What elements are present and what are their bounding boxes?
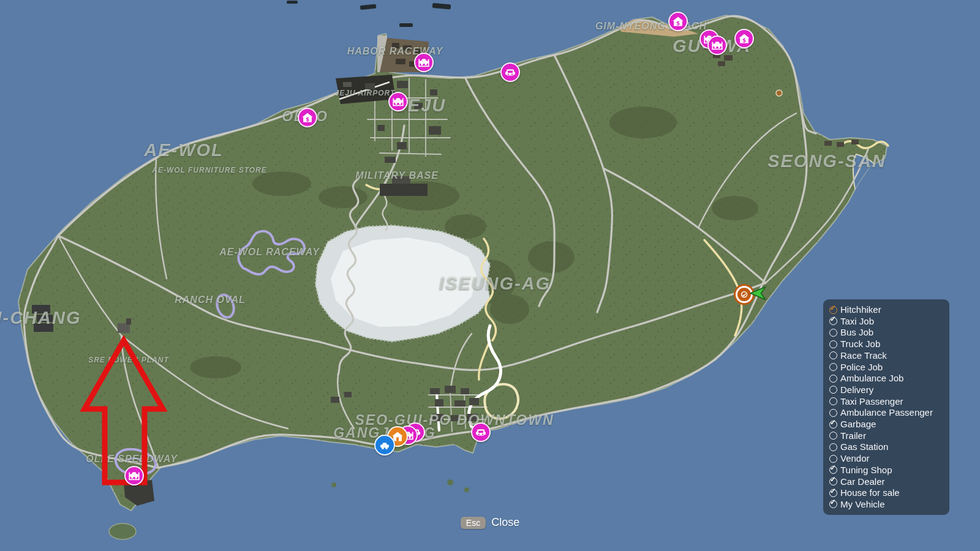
unchecked-circle-icon [829,340,837,348]
legend-item-ambulance-passenger[interactable]: Ambulance Passenger [829,407,943,418]
legend-item-label: Vendor [840,453,870,464]
unchecked-circle-icon [829,329,837,337]
legend-item-label: Ambulance Passenger [840,407,933,418]
legend-item-label: Taxi Passenger [840,396,903,407]
legend-item-race-track[interactable]: Race Track [829,350,943,361]
checked-circle-icon: ✓ [829,421,837,429]
legend-item-label: Gas Station [840,441,888,452]
legend-item-house-for-sale[interactable]: ✓House for sale [829,487,943,498]
game-map-screen: HABOR RACEWAYGIM-NYEONG BEACHGU-JWAJEJU … [0,0,980,551]
legend-item-car-dealer[interactable]: ✓Car Dealer [829,476,943,487]
boats [287,1,451,27]
unchecked-circle-icon [829,455,837,463]
legend-item-label: Trailer [840,430,866,441]
checked-circle-icon: ✓ [829,466,837,474]
legend-item-label: Car Dealer [840,476,885,487]
legend-item-label: Police Job [840,362,883,373]
legend-item-garbage[interactable]: ✓Garbage [829,419,943,430]
legend-item-label: Bus Job [840,327,873,338]
legend-item-taxi-job[interactable]: ✓Taxi Job [829,316,943,327]
legend-item-vendor[interactable]: Vendor [829,453,943,464]
legend-item-label: Tuning Shop [840,465,892,476]
legend-item-hitchhiker[interactable]: ✓Hitchhiker [829,304,943,315]
legend-item-label: Taxi Job [840,316,874,327]
legend-item-label: Garbage [840,419,876,430]
unchecked-circle-icon [829,409,837,417]
legend-item-taxi-passenger[interactable]: Taxi Passenger [829,396,943,407]
legend-item-trailer[interactable]: Trailer [829,430,943,441]
close-hint: Esc Close [0,516,980,529]
unchecked-circle-icon [829,386,837,394]
legend-item-my-vehicle[interactable]: ✓My Vehicle [829,499,943,510]
legend-item-bus-job[interactable]: Bus Job [829,327,943,338]
checked-circle-icon: ✓ [829,317,837,325]
legend-item-label: My Vehicle [840,499,885,510]
unchecked-circle-icon [829,397,837,405]
legend-item-label: Truck Job [840,339,880,350]
legend-item-label: House for sale [840,487,900,498]
legend-item-label: Delivery [840,384,873,395]
unchecked-circle-icon [829,363,837,371]
unchecked-circle-icon [829,443,837,451]
legend-item-police-job[interactable]: Police Job [829,362,943,373]
checked-circle-icon: ✓ [829,478,837,485]
checked-circle-icon: ✓ [829,489,837,497]
close-label: Close [491,516,519,529]
checked-circle-icon: ✓ [829,500,837,508]
esc-key[interactable]: Esc [461,517,486,529]
unchecked-circle-icon [829,351,837,359]
unchecked-circle-icon [829,432,837,440]
legend-item-label: Race Track [840,350,887,361]
unchecked-circle-icon [829,375,837,383]
legend-item-delivery[interactable]: Delivery [829,384,943,395]
legend-item-tuning-shop[interactable]: ✓Tuning Shop [829,465,943,476]
legend-item-label: Hitchhiker [840,304,881,315]
legend-item-truck-job[interactable]: Truck Job [829,339,943,350]
legend-item-label: Ambulance Job [840,373,903,384]
islets [109,479,469,539]
legend-item-ambulance-job[interactable]: Ambulance Job [829,373,943,384]
checked-circle-icon: ✓ [829,306,837,314]
legend-panel: ✓Hitchhiker✓Taxi JobBus JobTruck JobRace… [823,299,949,515]
legend-item-gas-station[interactable]: Gas Station [829,441,943,452]
